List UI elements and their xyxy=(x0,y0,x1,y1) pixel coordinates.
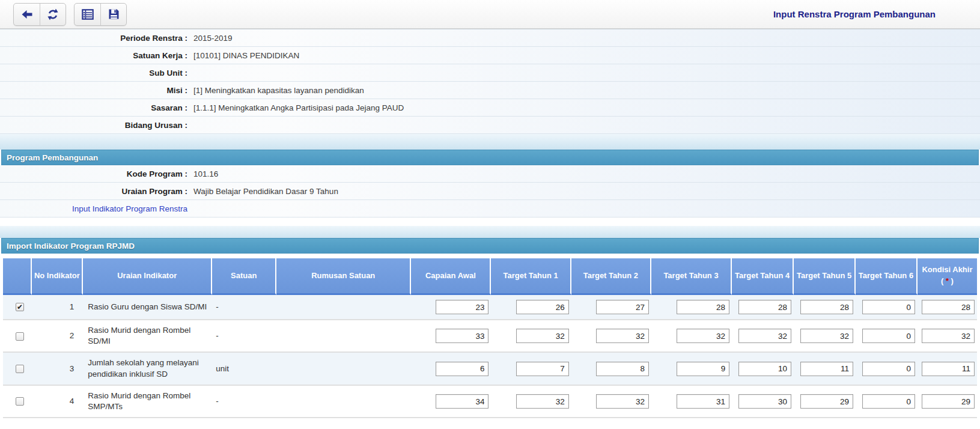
column-header-rumusan-satuan: Rumusan Satuan xyxy=(276,258,411,295)
target-tahun-4-input[interactable] xyxy=(738,362,791,376)
kondisi-akhir-input[interactable] xyxy=(922,394,975,409)
row-uraian-indikator: Rasio Murid dengan Rombel SD/MI xyxy=(83,320,212,353)
target-tahun-2-input[interactable] xyxy=(596,329,649,343)
form-row-sub-unit: Sub Unit : xyxy=(0,64,980,82)
misi-label: Misi : xyxy=(0,86,187,95)
table-row: 3 Jumlah sekolah yang melayani pendidika… xyxy=(3,353,977,385)
periode-renstra-value: 2015-2019 xyxy=(187,34,233,43)
target-tahun-2-input[interactable] xyxy=(596,300,649,314)
target-tahun-1-input[interactable] xyxy=(516,394,569,409)
target-tahun-3-input[interactable] xyxy=(677,394,729,409)
form-row-periode: Periode Renstra : 2015-2019 xyxy=(0,29,980,47)
target-tahun-5-input[interactable] xyxy=(800,394,853,409)
capaian-awal-input[interactable] xyxy=(436,362,488,376)
row-satuan: - xyxy=(212,320,276,353)
row-satuan: - xyxy=(212,295,276,320)
section-spacer xyxy=(0,134,980,150)
kondisi-akhir-input[interactable] xyxy=(922,300,975,314)
input-indikator-program-renstra-link[interactable]: Input Indikator Program Renstra xyxy=(72,204,187,213)
satuan-kerja-value: [10101] DINAS PENDIDIKAN xyxy=(187,51,299,60)
action-button-group xyxy=(74,3,127,26)
column-header-target-tahun-4: Target Tahun 4 xyxy=(732,258,794,295)
target-tahun-3-input[interactable] xyxy=(677,362,729,376)
row-no-indikator: 4 xyxy=(32,386,83,418)
target-tahun-1-input[interactable] xyxy=(516,300,569,314)
row-rumusan-satuan xyxy=(276,353,411,385)
column-header-satuan: Satuan xyxy=(212,258,276,295)
sub-unit-label: Sub Unit : xyxy=(0,68,187,78)
column-header-kondisi-akhir: Kondisi Akhir ( * ) xyxy=(918,258,977,295)
target-tahun-6-input[interactable] xyxy=(862,362,915,376)
bidang-urusan-label: Bidang Urusan : xyxy=(0,121,187,130)
uraian-program-value: Wajib Belajar Pendidikan Dasar 9 Tahun xyxy=(187,187,338,196)
form-row-indikator-link: Input Indikator Program Renstra xyxy=(0,200,980,218)
target-tahun-5-input[interactable] xyxy=(800,362,853,376)
import-indikator-section: Import Indikator Program RPJMD No Indika… xyxy=(0,238,980,418)
target-tahun-3-input[interactable] xyxy=(677,329,729,343)
kode-program-value: 101.16 xyxy=(187,169,218,178)
save-button[interactable] xyxy=(100,4,126,25)
target-tahun-6-input[interactable] xyxy=(862,394,915,409)
form-row-sasaran: Sasaran : [1.1.1] Meningkatkan Angka Par… xyxy=(0,99,980,117)
kondisi-akhir-input[interactable] xyxy=(922,329,975,343)
form-row-misi: Misi : [1] Meningkatkan kapasitas layana… xyxy=(0,82,980,99)
uraian-program-label: Uraian Program : xyxy=(0,187,187,196)
kode-program-label: Kode Program : xyxy=(0,169,187,178)
capaian-awal-input[interactable] xyxy=(436,300,488,314)
page-title: Input Renstra Program Pembangunan xyxy=(773,9,936,19)
row-checkbox[interactable] xyxy=(16,303,24,311)
capaian-awal-input[interactable] xyxy=(436,394,488,409)
target-tahun-6-input[interactable] xyxy=(862,329,915,343)
row-no-indikator: 1 xyxy=(32,295,83,320)
target-tahun-3-input[interactable] xyxy=(677,300,729,314)
renstra-form: Periode Renstra : 2015-2019 Satuan Kerja… xyxy=(0,29,980,134)
save-floppy-icon xyxy=(108,8,120,20)
form-row-satuan-kerja: Satuan Kerja : [10101] DINAS PENDIDIKAN xyxy=(0,47,980,64)
target-tahun-5-input[interactable] xyxy=(800,300,853,314)
row-rumusan-satuan xyxy=(276,320,411,353)
detail-button[interactable] xyxy=(75,4,100,25)
refresh-button[interactable] xyxy=(40,4,65,25)
target-tahun-6-input[interactable] xyxy=(862,300,915,314)
target-tahun-4-input[interactable] xyxy=(738,329,791,343)
section-spacer xyxy=(0,226,980,238)
indicator-table: No Indikator Uraian Indikator Satuan Rum… xyxy=(3,258,977,418)
row-rumusan-satuan xyxy=(276,295,411,320)
target-tahun-4-input[interactable] xyxy=(738,300,791,314)
form-row-kode-program: Kode Program : 101.16 xyxy=(0,165,980,183)
row-no-indikator: 2 xyxy=(32,320,83,353)
sasaran-label: Sasaran : xyxy=(0,103,187,112)
table-row: 4 Rasio Murid dengan Rombel SMP/MTs - xyxy=(3,386,977,418)
target-tahun-4-input[interactable] xyxy=(738,394,791,409)
table-row: 1 Rasio Guru dengan Siswa SD/MI - xyxy=(3,295,977,320)
row-checkbox[interactable] xyxy=(16,365,24,373)
column-header-target-tahun-3: Target Tahun 3 xyxy=(651,258,732,295)
form-row-bidang-urusan: Bidang Urusan : xyxy=(0,117,980,134)
row-checkbox[interactable] xyxy=(16,332,24,341)
misi-value: [1] Meningkatkan kapasitas layanan pendi… xyxy=(187,86,364,95)
toolbar: Input Renstra Program Pembangunan xyxy=(0,0,980,29)
capaian-awal-input[interactable] xyxy=(436,329,488,343)
target-tahun-5-input[interactable] xyxy=(800,329,853,343)
table-header-row: No Indikator Uraian Indikator Satuan Rum… xyxy=(3,258,977,295)
indicator-table-body: 1 Rasio Guru dengan Siswa SD/MI - 2 Rasi… xyxy=(3,295,977,418)
row-rumusan-satuan xyxy=(276,386,411,418)
column-header-capaian-awal: Capaian Awal xyxy=(411,258,491,295)
kondisi-akhir-input[interactable] xyxy=(922,362,975,376)
back-button[interactable] xyxy=(14,4,40,25)
column-header-target-tahun-5: Target Tahun 5 xyxy=(794,258,856,295)
target-tahun-1-input[interactable] xyxy=(516,329,569,343)
satuan-kerja-label: Satuan Kerja : xyxy=(0,51,187,60)
target-tahun-2-input[interactable] xyxy=(596,394,649,409)
row-satuan: unit xyxy=(212,353,276,385)
program-pembangunan-section: Program Pembangunan Kode Program : 101.1… xyxy=(0,150,980,218)
back-arrow-icon xyxy=(20,8,34,20)
column-header-target-tahun-1: Target Tahun 1 xyxy=(491,258,571,295)
target-tahun-2-input[interactable] xyxy=(596,362,649,376)
sasaran-value: [1.1.1] Meningkatkan Angka Partisipasi p… xyxy=(187,103,404,112)
column-header-uraian-indikator: Uraian Indikator xyxy=(83,258,212,295)
target-tahun-1-input[interactable] xyxy=(516,362,569,376)
row-no-indikator: 3 xyxy=(32,353,83,385)
table-row: 2 Rasio Murid dengan Rombel SD/MI - xyxy=(3,320,977,353)
row-checkbox[interactable] xyxy=(16,397,24,406)
